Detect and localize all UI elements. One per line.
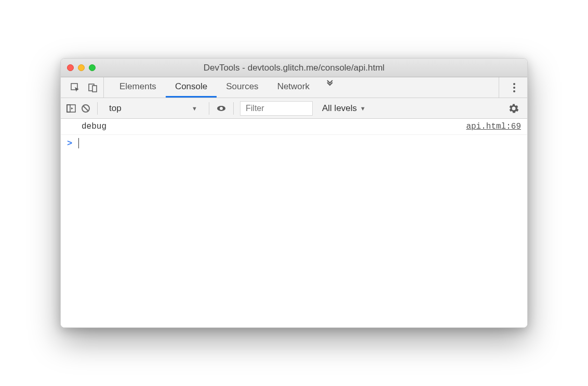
filter-input[interactable]: [240, 101, 313, 116]
traffic-lights: [67, 64, 96, 71]
input-cursor: [78, 138, 79, 148]
minimize-button[interactable]: [78, 64, 85, 71]
console-toolbar: top ▼ All levels ▼: [61, 98, 527, 119]
svg-line-9: [83, 106, 88, 111]
devtools-window: DevTools - devtools.glitch.me/console/ap…: [60, 58, 528, 328]
prompt-chevron-icon: >: [67, 139, 72, 148]
inspect-tools: [65, 77, 104, 98]
svg-rect-2: [92, 86, 97, 92]
tab-network[interactable]: Network: [268, 77, 319, 98]
maximize-button[interactable]: [89, 64, 96, 71]
svg-rect-7: [67, 105, 70, 112]
separator: [97, 102, 98, 115]
svg-point-4: [513, 87, 515, 89]
separator: [233, 102, 234, 115]
inspect-element-icon[interactable]: [70, 82, 81, 93]
svg-point-5: [513, 90, 515, 92]
more-tabs-button[interactable]: [319, 77, 341, 98]
chevron-down-icon: ▼: [192, 105, 197, 112]
chevron-down-icon: ▼: [360, 105, 366, 112]
separator: [209, 102, 209, 115]
device-toolbar-icon[interactable]: [88, 82, 98, 93]
log-source-link[interactable]: api.html:69: [466, 122, 521, 131]
show-console-sidebar-icon[interactable]: [66, 103, 76, 114]
console-prompt[interactable]: >: [61, 135, 527, 151]
live-expression-icon[interactable]: [216, 103, 227, 114]
context-label: top: [109, 103, 122, 114]
execution-context-selector[interactable]: top ▼: [104, 101, 203, 116]
svg-point-11: [220, 107, 223, 110]
log-levels-selector[interactable]: All levels ▼: [317, 101, 371, 116]
clear-console-icon[interactable]: [81, 103, 91, 114]
log-message: debug: [82, 122, 466, 131]
tab-sources[interactable]: Sources: [217, 77, 268, 98]
tabs-bar: Elements Console Sources Network: [61, 77, 527, 98]
tab-list: Elements Console Sources Network: [104, 77, 341, 98]
svg-point-3: [513, 83, 515, 85]
tab-console[interactable]: Console: [166, 77, 217, 98]
titlebar: DevTools - devtools.glitch.me/console/ap…: [61, 59, 527, 77]
tab-elements[interactable]: Elements: [110, 77, 166, 98]
close-button[interactable]: [67, 64, 74, 71]
console-settings-icon[interactable]: [505, 103, 522, 114]
console-body[interactable]: debug api.html:69 >: [61, 119, 527, 327]
console-log-row: debug api.html:69: [61, 119, 527, 135]
levels-label: All levels: [322, 103, 357, 114]
window-title: DevTools - devtools.glitch.me/console/ap…: [67, 63, 521, 73]
kebab-menu-icon[interactable]: [505, 82, 523, 93]
tab-right: [499, 77, 523, 98]
